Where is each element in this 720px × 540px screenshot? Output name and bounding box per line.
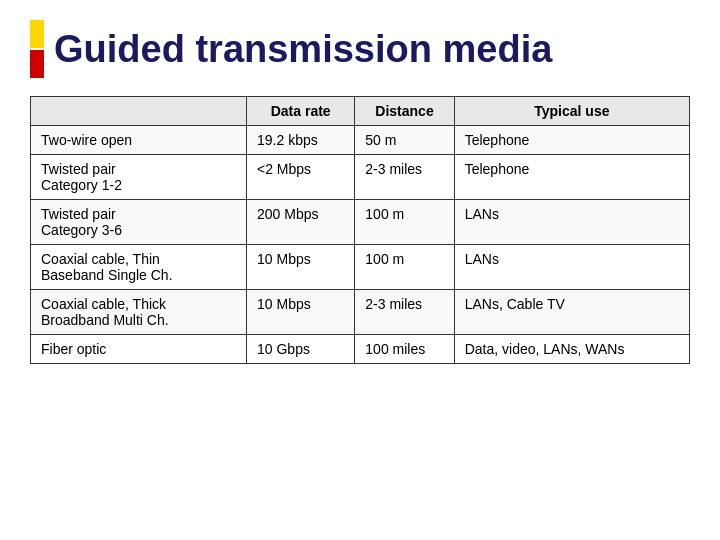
cell-distance: 100 m: [355, 200, 454, 245]
cell-name: Coaxial cable, Thick Broadband Multi Ch.: [31, 290, 247, 335]
cell-name: Coaxial cable, Thin Baseband Single Ch.: [31, 245, 247, 290]
cell-name: Fiber optic: [31, 335, 247, 364]
cell-name: Twisted pair Category 1-2: [31, 155, 247, 200]
cell-data-rate: 19.2 kbps: [247, 126, 355, 155]
col-header-typical-use: Typical use: [454, 97, 689, 126]
table-row: Two-wire open19.2 kbps50 mTelephone: [31, 126, 690, 155]
col-header-distance: Distance: [355, 97, 454, 126]
page: Guided transmission media Data rate Dist…: [0, 0, 720, 540]
cell-data-rate: 200 Mbps: [247, 200, 355, 245]
cell-data-rate: 10 Mbps: [247, 290, 355, 335]
accent-top: [30, 20, 44, 48]
cell-distance: 100 m: [355, 245, 454, 290]
cell-distance: 2-3 miles: [355, 290, 454, 335]
cell-distance: 2-3 miles: [355, 155, 454, 200]
accent-bottom: [30, 50, 44, 78]
cell-typical-use: LANs: [454, 245, 689, 290]
table-header-row: Data rate Distance Typical use: [31, 97, 690, 126]
cell-typical-use: LANs: [454, 200, 689, 245]
data-table: Data rate Distance Typical use Two-wire …: [30, 96, 690, 364]
table-row: Twisted pair Category 3-6200 Mbps100 mLA…: [31, 200, 690, 245]
col-header-data-rate: Data rate: [247, 97, 355, 126]
title-accent: [30, 20, 44, 78]
cell-distance: 50 m: [355, 126, 454, 155]
cell-data-rate: 10 Gbps: [247, 335, 355, 364]
table-row: Coaxial cable, Thick Broadband Multi Ch.…: [31, 290, 690, 335]
cell-typical-use: Data, video, LANs, WANs: [454, 335, 689, 364]
cell-data-rate: <2 Mbps: [247, 155, 355, 200]
cell-typical-use: Telephone: [454, 126, 689, 155]
table-row: Coaxial cable, Thin Baseband Single Ch.1…: [31, 245, 690, 290]
page-title: Guided transmission media: [54, 28, 552, 71]
title-bar: Guided transmission media: [30, 20, 690, 78]
cell-name: Two-wire open: [31, 126, 247, 155]
cell-name: Twisted pair Category 3-6: [31, 200, 247, 245]
col-header-name: [31, 97, 247, 126]
cell-distance: 100 miles: [355, 335, 454, 364]
cell-data-rate: 10 Mbps: [247, 245, 355, 290]
cell-typical-use: Telephone: [454, 155, 689, 200]
cell-typical-use: LANs, Cable TV: [454, 290, 689, 335]
table-row: Twisted pair Category 1-2<2 Mbps2-3 mile…: [31, 155, 690, 200]
table-row: Fiber optic10 Gbps100 milesData, video, …: [31, 335, 690, 364]
